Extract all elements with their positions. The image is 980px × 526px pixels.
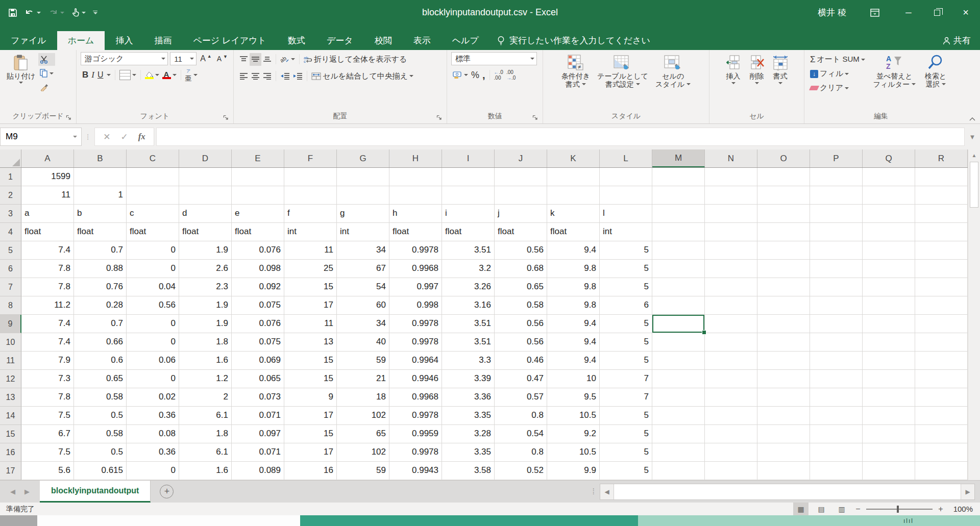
cell-L2[interactable] (600, 186, 652, 205)
cell-F7[interactable]: 15 (284, 278, 337, 296)
cell-E3[interactable]: e (232, 205, 284, 223)
borders-button[interactable] (118, 69, 138, 82)
cell-P10[interactable] (810, 333, 863, 352)
cell-R17[interactable] (915, 462, 968, 480)
cell-J10[interactable]: 0.56 (495, 333, 547, 352)
row-header-2[interactable]: 2 (0, 186, 21, 205)
cell-Q16[interactable] (863, 443, 915, 462)
tab-formulas[interactable]: 数式 (277, 31, 316, 50)
percent-style-button[interactable]: % (470, 69, 481, 82)
cell-J7[interactable]: 0.65 (495, 278, 547, 296)
cell-A16[interactable]: 7.5 (21, 443, 74, 462)
cell-F13[interactable]: 9 (284, 388, 337, 407)
cell-Q14[interactable] (863, 407, 915, 425)
cell-C4[interactable]: float (127, 223, 179, 241)
cell-G4[interactable]: int (337, 223, 389, 241)
cell-C11[interactable]: 0.06 (127, 352, 179, 370)
cut-button[interactable] (38, 53, 55, 66)
cell-P14[interactable] (810, 407, 863, 425)
cell-L1[interactable] (600, 168, 652, 186)
cell-G1[interactable] (337, 168, 389, 186)
align-right-button[interactable] (261, 70, 273, 83)
tab-page-layout[interactable]: ページ レイアウト (182, 31, 277, 50)
cell-E14[interactable]: 0.071 (232, 407, 284, 425)
cell-K2[interactable] (547, 186, 600, 205)
cell-L3[interactable]: l (600, 205, 652, 223)
cell-P15[interactable] (810, 425, 863, 443)
next-sheet-icon[interactable]: ▶ (24, 488, 30, 495)
cell-R5[interactable] (915, 241, 968, 260)
cell-L17[interactable]: 5 (600, 462, 652, 480)
close-button[interactable]: × (951, 0, 980, 25)
cell-M9[interactable] (652, 315, 705, 333)
paste-button[interactable]: 貼り付け (4, 52, 38, 111)
cell-A11[interactable]: 7.9 (21, 352, 74, 370)
cell-E10[interactable]: 0.075 (232, 333, 284, 352)
row-header-8[interactable]: 8 (0, 296, 21, 315)
cell-R15[interactable] (915, 425, 968, 443)
cell-N13[interactable] (705, 388, 757, 407)
cell-F10[interactable]: 13 (284, 333, 337, 352)
cell-O11[interactable] (757, 352, 810, 370)
horizontal-scrollbar-thumb[interactable] (614, 484, 961, 499)
cell-A4[interactable]: float (21, 223, 74, 241)
cell-E17[interactable]: 0.089 (232, 462, 284, 480)
cell-B6[interactable]: 0.88 (74, 260, 127, 278)
cell-B17[interactable]: 0.615 (74, 462, 127, 480)
cell-K9[interactable]: 9.4 (547, 315, 600, 333)
cell-I14[interactable]: 3.35 (442, 407, 495, 425)
cell-Q9[interactable] (863, 315, 915, 333)
column-header-K[interactable]: K (547, 149, 600, 167)
cell-R8[interactable] (915, 296, 968, 315)
copy-button[interactable] (38, 67, 55, 80)
cell-Q13[interactable] (863, 388, 915, 407)
cell-Q5[interactable] (863, 241, 915, 260)
cell-D10[interactable]: 1.8 (179, 333, 232, 352)
cell-G12[interactable]: 21 (337, 370, 389, 388)
tab-view[interactable]: 表示 (403, 31, 442, 50)
cell-N5[interactable] (705, 241, 757, 260)
format-as-table-button[interactable]: テーブルとして 書式設定 (595, 52, 651, 111)
cell-L9[interactable]: 5 (600, 315, 652, 333)
insert-function-icon[interactable]: fx (138, 132, 145, 142)
cell-M14[interactable] (652, 407, 705, 425)
cell-E12[interactable]: 0.065 (232, 370, 284, 388)
cell-J15[interactable]: 0.54 (495, 425, 547, 443)
italic-button[interactable]: I (90, 69, 96, 82)
cell-R1[interactable] (915, 168, 968, 186)
cell-F15[interactable]: 15 (284, 425, 337, 443)
cell-P9[interactable] (810, 315, 863, 333)
cell-H15[interactable]: 0.9959 (389, 425, 442, 443)
align-bottom-button[interactable] (261, 53, 273, 66)
cell-J17[interactable]: 0.52 (495, 462, 547, 480)
cell-L13[interactable]: 7 (600, 388, 652, 407)
tab-help[interactable]: ヘルプ (442, 31, 489, 50)
cell-G13[interactable]: 18 (337, 388, 389, 407)
cell-H7[interactable]: 0.997 (389, 278, 442, 296)
cell-B13[interactable]: 0.58 (74, 388, 127, 407)
cell-E4[interactable]: float (232, 223, 284, 241)
cell-O6[interactable] (757, 260, 810, 278)
cell-styles-button[interactable]: セルの スタイル (653, 52, 693, 111)
cell-I4[interactable]: float (442, 223, 495, 241)
decrease-indent-button[interactable] (279, 70, 291, 83)
cell-G16[interactable]: 102 (337, 443, 389, 462)
cell-M13[interactable] (652, 388, 705, 407)
cell-A14[interactable]: 7.5 (21, 407, 74, 425)
cell-Q6[interactable] (863, 260, 915, 278)
cell-H16[interactable]: 0.9978 (389, 443, 442, 462)
cell-C2[interactable] (127, 186, 179, 205)
cell-C1[interactable] (127, 168, 179, 186)
align-left-button[interactable] (238, 70, 250, 83)
cell-M5[interactable] (652, 241, 705, 260)
row-header-6[interactable]: 6 (0, 260, 21, 278)
cell-R12[interactable] (915, 370, 968, 388)
cell-R10[interactable] (915, 333, 968, 352)
cell-L11[interactable]: 5 (600, 352, 652, 370)
sort-filter-button[interactable]: AZ 並べ替えと フィルター (871, 52, 918, 111)
cell-I9[interactable]: 3.51 (442, 315, 495, 333)
scroll-up-icon[interactable]: ▲ (968, 149, 980, 162)
cell-B10[interactable]: 0.66 (74, 333, 127, 352)
tab-file[interactable]: ファイル (0, 31, 57, 50)
cell-M12[interactable] (652, 370, 705, 388)
